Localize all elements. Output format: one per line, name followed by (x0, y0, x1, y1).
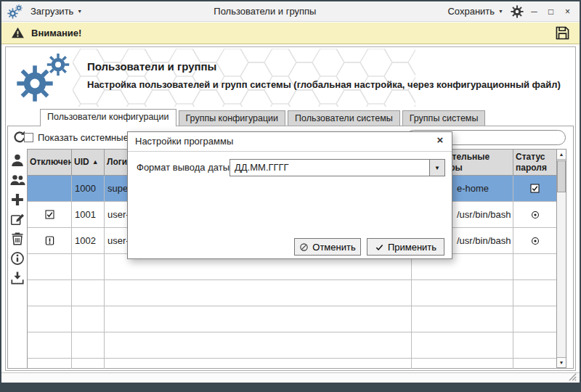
tab-groups-system[interactable]: Группы системы (402, 110, 486, 126)
cell-password-status (513, 202, 557, 228)
warning-text: Внимание! (31, 28, 81, 38)
dialog-title: Настройки программы (135, 136, 233, 147)
tab-users-system[interactable]: Пользователи системы (288, 110, 400, 126)
settings-dialog: Настройки программы × Формат вывода даты… (127, 131, 452, 259)
warning-triangle-icon (10, 26, 25, 40)
settings-gear-button[interactable] (511, 5, 524, 18)
vertical-scrollbar[interactable]: ▲ ▼ (556, 149, 566, 368)
show-system-label: Показать системные (38, 132, 129, 143)
save-config-floppy-button[interactable] (554, 25, 571, 41)
warning-bar: Внимание! (1, 23, 580, 44)
scroll-down-button[interactable]: ▼ (557, 357, 566, 367)
table-row-empty (28, 280, 557, 306)
cell-uid: 1001 (72, 202, 105, 228)
show-system-checkbox[interactable] (24, 133, 33, 142)
combo-dropdown-button[interactable]: ▼ (429, 160, 444, 176)
dropdown-caret-icon: ▼ (434, 165, 440, 171)
load-menu-button[interactable]: Загрузить ▼ (28, 4, 85, 18)
tab-bar: Пользователи конфигурации Группы конфигу… (7, 108, 485, 126)
dropdown-caret-icon: ▼ (77, 9, 82, 14)
load-menu-label: Загрузить (31, 6, 73, 17)
dialog-close-button[interactable]: × (434, 134, 446, 146)
page-subtitle: Настройка пользователей и групп системы … (87, 79, 566, 90)
add-user-button[interactable] (9, 192, 25, 208)
tab-users-config[interactable]: Пользователи конфигурации (40, 109, 176, 126)
cell-uid: 1000 (72, 176, 105, 202)
column-header-password-status[interactable]: Статус пароля (513, 150, 557, 176)
radio-dot-icon (530, 236, 540, 246)
cell-disabled (28, 228, 72, 254)
uid-header-label: UID (74, 157, 89, 168)
cell-uid: 1002 (72, 228, 105, 254)
cell-password-status (513, 228, 557, 254)
column-header-uid[interactable]: UID ▲ (72, 150, 105, 176)
table-row-empty (28, 359, 557, 369)
apply-button-label: Применить (388, 242, 436, 253)
date-format-label: Формат вывода даты: (137, 162, 232, 173)
save-menu-label: Сохранить (447, 6, 495, 17)
save-menu-button[interactable]: Сохранить ▼ (444, 4, 506, 18)
cancel-button[interactable]: Отменить (294, 238, 361, 256)
info-button[interactable] (9, 250, 25, 266)
scrollbar-thumb[interactable] (557, 160, 566, 192)
status-bar (1, 372, 580, 383)
date-format-value: ДД.ММ.ГГГГ (235, 162, 289, 173)
checkbox-checked-icon (44, 209, 55, 220)
window-title: Пользователи и группы (89, 6, 440, 17)
users-groups-gears-icon (15, 52, 74, 104)
page-header: Пользователи и группы Настройка пользова… (6, 47, 575, 108)
checkbox-checked-icon (529, 183, 540, 194)
table-row-empty (28, 332, 557, 359)
scroll-up-button[interactable]: ▲ (557, 150, 566, 160)
hexagon-pattern-decoration (73, 49, 415, 107)
sort-asc-icon: ▲ (92, 158, 99, 166)
apply-check-icon (375, 242, 384, 252)
cell-disabled (28, 202, 72, 228)
page-title: Пользователи и группы (87, 60, 216, 73)
cancel-button-label: Отменить (312, 242, 355, 253)
delete-user-button[interactable] (9, 231, 25, 247)
cell-password-status (513, 176, 557, 202)
tab-groups-config[interactable]: Группы конфигурации (179, 110, 286, 126)
titlebar: Загрузить ▼ Пользователи и группы Сохран… (1, 1, 580, 22)
minimize-button[interactable]: ─ (528, 6, 540, 17)
maximize-button[interactable]: □ (545, 6, 557, 17)
app-window: Загрузить ▼ Пользователи и группы Сохран… (0, 0, 581, 392)
dialog-titlebar: Настройки программы × (128, 132, 452, 152)
user-groups-button[interactable] (9, 172, 25, 188)
date-format-select[interactable]: ДД.ММ.ГГГГ ▼ (229, 159, 445, 176)
resize-grip[interactable] (568, 372, 577, 382)
window-bottom-edge (1, 383, 580, 391)
export-button[interactable] (9, 270, 25, 286)
radio-dot-icon (530, 210, 540, 220)
edit-user-button[interactable] (9, 211, 25, 227)
dropdown-caret-icon: ▼ (498, 9, 503, 14)
cancel-circle-slash-icon (299, 242, 309, 252)
table-row-empty (28, 306, 557, 332)
close-button[interactable]: × (561, 6, 574, 17)
column-header-disabled[interactable]: Отключен (28, 150, 72, 176)
user-properties-button[interactable] (9, 152, 25, 168)
apply-button[interactable]: Применить (367, 238, 444, 256)
warning-box-icon (44, 235, 55, 246)
app-logo-gears-icon (7, 4, 23, 19)
cell-disabled (28, 176, 72, 202)
